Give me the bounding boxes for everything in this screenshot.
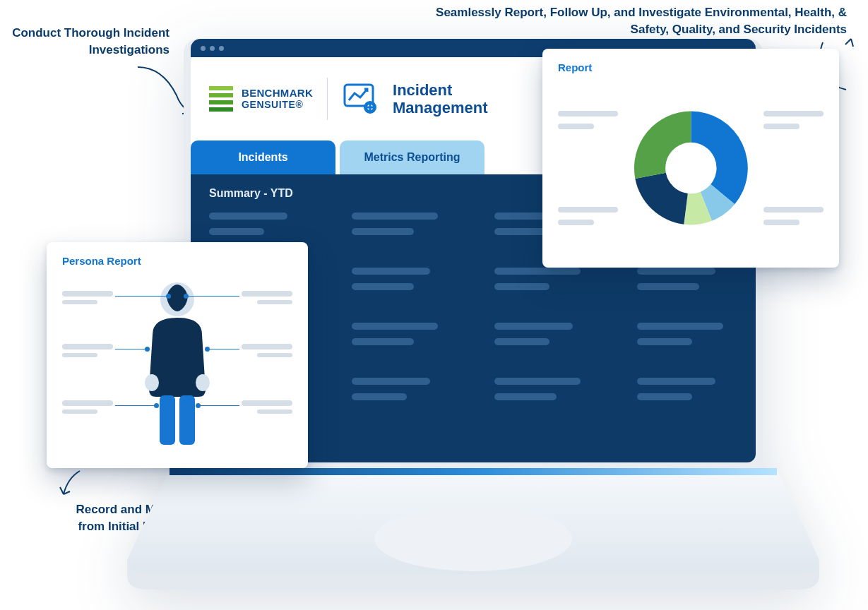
donut-segment [635,173,687,225]
svg-point-11 [196,374,210,391]
window-dot [210,46,215,51]
report-right-column [763,111,824,225]
arrow-bottom-left [55,470,90,508]
brand-name: BENCHMARK GENSUITE® [242,88,313,110]
report-card: Report [542,49,839,268]
persona-card-title: Persona Report [62,255,292,267]
module-icon [342,80,379,117]
donut-segment [634,112,691,179]
brand-line1: BENCHMARK [242,88,313,99]
brand-line2: GENSUITE [242,99,295,110]
svg-rect-5 [170,468,777,475]
brand-logo: BENCHMARK GENSUITE® [209,86,313,112]
logo-bars-icon [209,86,234,112]
tab-metrics-reporting[interactable]: Metrics Reporting [340,140,484,174]
report-donut-chart [628,101,754,235]
report-card-title: Report [558,61,824,73]
callout-top-left: Conduct Thorough Incident Investigations [0,25,170,59]
persona-report-card: Persona Report [47,242,308,468]
donut-segment [691,112,747,205]
svg-rect-8 [160,395,175,445]
header-divider [327,78,328,120]
window-dot [219,46,224,51]
person-icon [135,277,220,453]
laptop-base [127,468,819,595]
brand-registered: ® [295,99,303,110]
page-title-line1: Incident [393,81,487,99]
callout-top-right: Seamlessly Report, Follow Up, and Invest… [395,4,847,38]
svg-rect-9 [179,395,195,445]
window-dot [201,46,206,51]
page-title: Incident Management [393,81,487,117]
tab-incidents[interactable]: Incidents [191,140,335,174]
svg-point-10 [145,374,159,391]
svg-point-6 [374,506,572,571]
page-title-line2: Management [393,99,487,116]
svg-rect-4 [369,104,371,110]
report-left-column [558,111,618,225]
